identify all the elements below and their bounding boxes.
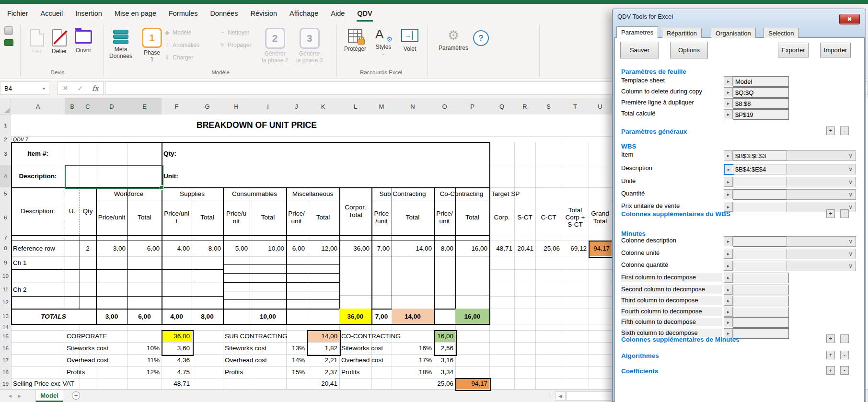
drag-dots-icon[interactable]: ⋮ — [51, 84, 56, 91]
wbs-field-4-input[interactable] — [733, 202, 789, 212]
cell-L8[interactable]: 36,00 — [339, 241, 371, 256]
styles-button[interactable]: A ⚙ Styles ⌄ — [375, 27, 392, 56]
cell-D8[interactable]: 3,00 — [96, 241, 127, 256]
cell-A5[interactable]: Description: — [11, 187, 65, 235]
cell-E17[interactable]: 11% — [127, 354, 162, 366]
panel-tab-répartition[interactable]: Répartition — [662, 28, 702, 38]
minutes-field-2-dropdown[interactable]: ∨ — [787, 261, 856, 271]
cell-O18[interactable]: 3,34 — [434, 366, 455, 378]
cell-J16[interactable]: 13% — [286, 342, 307, 354]
wbs-field-0-picker-button[interactable]: ▸ — [724, 150, 733, 161]
cell-Q8[interactable]: 48,71 — [489, 241, 514, 256]
column-header-K[interactable]: K — [307, 98, 340, 115]
cell-A2[interactable]: QDV 7 — [11, 136, 96, 142]
cell-E8[interactable]: 6,00 — [127, 241, 162, 256]
algorithmes-minus-button[interactable]: - — [840, 351, 849, 359]
feuille-field-0-input[interactable]: Model — [733, 76, 789, 87]
cell-L16[interactable]: Siteworks cost — [339, 342, 392, 354]
cell-F3[interactable]: Qty: — [162, 142, 192, 165]
row-header-11[interactable]: 11 — [0, 283, 12, 297]
cell-G8[interactable]: 8,00 — [192, 241, 223, 256]
cell-H17[interactable]: Overhead cost — [223, 354, 286, 366]
parametres-button[interactable]: ⚙ Paramètres — [439, 28, 468, 51]
cell-B18[interactable]: Profits — [65, 366, 127, 378]
fx-icon[interactable]: fx — [92, 84, 98, 92]
cell-Q6[interactable]: Corp. — [489, 200, 514, 235]
feuille-field-3-picker-button[interactable]: ▸ — [724, 109, 733, 119]
cell-M6[interactable]: Price/unit — [371, 200, 392, 235]
cell-N6[interactable]: Total — [392, 200, 434, 235]
cell-M8[interactable]: 7,00 — [371, 241, 392, 256]
cell-I8[interactable]: 10,00 — [250, 241, 286, 256]
row-header-8[interactable]: 8 — [0, 241, 12, 256]
chevron-down-icon[interactable]: ⌄ — [382, 51, 385, 56]
column-header-P[interactable]: P — [455, 98, 490, 115]
selection-b4-e4[interactable] — [65, 165, 163, 189]
ribbon-tab-données[interactable]: Données — [204, 4, 244, 23]
feuille-field-2-input[interactable]: $8:$8 — [733, 98, 789, 109]
cell-J17[interactable]: 14% — [286, 354, 307, 366]
cell-A11[interactable]: Ch 2 — [11, 283, 65, 296]
minutes-field-4-input[interactable] — [733, 285, 789, 295]
row-header-17[interactable]: 17 — [0, 354, 12, 367]
cell-A8[interactable]: Reference row — [11, 241, 65, 256]
close-button[interactable]: ✖ — [839, 14, 860, 24]
cell-C8[interactable]: 2 — [80, 241, 96, 256]
minutes-field-6-input[interactable] — [733, 307, 789, 317]
minutes-field-4-picker-button[interactable]: ▸ — [724, 285, 733, 295]
cell-R6[interactable]: S-CT — [514, 200, 535, 235]
wbs-field-0-dropdown[interactable]: ∨ — [787, 150, 856, 161]
cell-R8[interactable]: 20,41 — [514, 241, 535, 256]
cell-F18[interactable]: 4,75 — [162, 366, 192, 378]
help-button[interactable]: ? — [473, 30, 489, 46]
coefficients-minus-button[interactable]: - — [840, 366, 849, 375]
row-header-10[interactable]: 10 — [0, 269, 12, 283]
minutes-field-0-picker-button[interactable]: ▸ — [724, 236, 733, 246]
lier-button[interactable]: Lier — [30, 29, 44, 55]
column-header-C[interactable]: C — [80, 98, 96, 115]
cell-H16[interactable]: Siteworks cost — [223, 342, 286, 354]
cell-A9[interactable]: Ch 1 — [11, 256, 65, 269]
cell-D13[interactable]: 3,00 — [96, 309, 127, 324]
wbs-field-1-input[interactable]: $B$4:$E$4 — [733, 164, 789, 174]
cell-L17[interactable]: Overhead cost — [339, 354, 392, 366]
minutes-field-6-picker-button[interactable]: ▸ — [724, 307, 733, 317]
column-header-T[interactable]: T — [562, 98, 589, 115]
fill-handle[interactable] — [160, 185, 164, 190]
feuille-field-0-picker-button[interactable]: ▸ — [724, 76, 733, 86]
minutes-field-0-dropdown[interactable]: ∨ — [787, 236, 856, 247]
minutes-field-1-picker-button[interactable]: ▸ — [724, 249, 733, 259]
cell-H18[interactable]: Profits — [223, 366, 286, 378]
row-header-5[interactable]: 5 — [0, 187, 12, 200]
column-header-Q[interactable]: Q — [489, 98, 515, 115]
ribbon-tab-révision[interactable]: Révision — [244, 4, 283, 23]
row-header-1[interactable]: 1 — [0, 115, 12, 137]
cell-S8[interactable]: 25,06 — [535, 241, 562, 256]
wbs-field-2-input[interactable] — [733, 177, 789, 187]
generer-phase3-button[interactable]: 3 Générerla phase 3 — [296, 28, 323, 64]
cell-O5[interactable]: Co-Contracting — [434, 187, 489, 200]
cell-N18[interactable]: 18% — [392, 366, 434, 378]
name-box[interactable]: B4 ▾ — [0, 81, 49, 95]
wbs-sup-minus-button[interactable]: - — [840, 209, 849, 218]
minutes-field-5-input[interactable] — [733, 296, 789, 306]
cell-N8[interactable]: 14,00 — [392, 241, 434, 256]
cell-O8[interactable]: 8,00 — [434, 241, 455, 256]
column-header-S[interactable]: S — [535, 98, 562, 115]
row-header-19[interactable]: 19 — [0, 378, 12, 390]
wbs-field-3-dropdown[interactable]: ∨ — [787, 189, 856, 200]
cell-O19[interactable]: 25,06 — [434, 378, 455, 389]
cell-E13[interactable]: 6,00 — [127, 309, 162, 324]
panel-tab-organisation[interactable]: Organisation — [711, 28, 756, 38]
column-header-L[interactable]: L — [339, 98, 372, 115]
phase1-button[interactable]: 1 Phase 1 — [142, 28, 162, 63]
cell-G13[interactable]: 8,00 — [192, 309, 223, 324]
prev-sheet-icon[interactable]: ◂ — [9, 392, 12, 399]
ribbon-tab-insertion[interactable]: Insertion — [69, 4, 108, 23]
column-header-R[interactable]: R — [514, 98, 536, 115]
column-header-I[interactable]: I — [250, 98, 287, 115]
wbs-field-2-picker-button[interactable]: ▸ — [724, 177, 733, 187]
cell-N16[interactable]: 16% — [392, 342, 434, 354]
wbs-field-3-input[interactable] — [733, 189, 789, 200]
cell-J6[interactable]: Price/unit — [286, 200, 307, 235]
